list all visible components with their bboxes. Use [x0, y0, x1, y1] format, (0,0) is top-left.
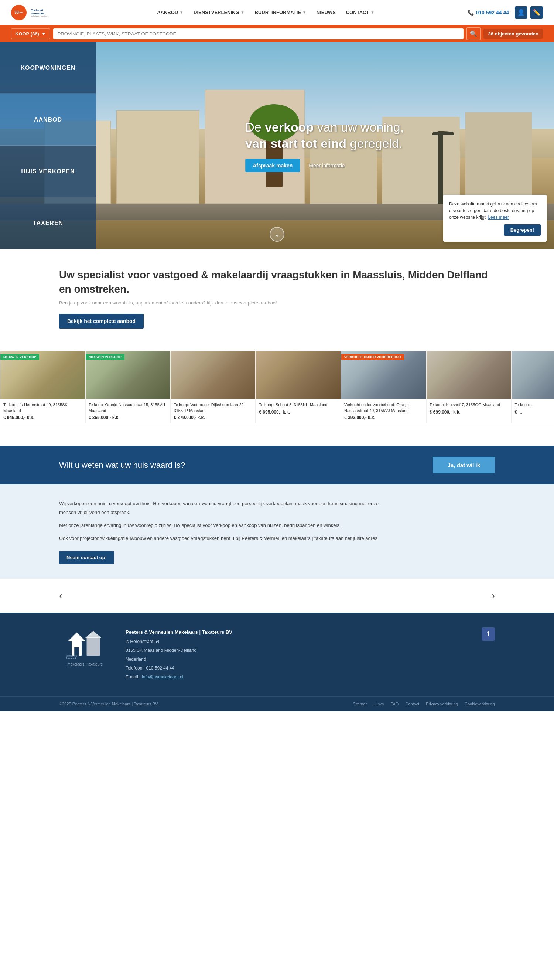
listing-price: € 379.000,- k.k. [174, 415, 253, 420]
listing-card[interactable]: VERKOCHT ONDER VOORBEHOUDVerkocht onder … [341, 351, 426, 424]
listing-address: Verkocht onder voorbehoud: Oranje-Nassau… [344, 402, 423, 414]
search-input[interactable] [53, 29, 464, 39]
chevron-down-icon: ⌄ [274, 230, 280, 238]
listing-badge: VERKOCHT ONDER VOORBEHOUD [341, 354, 404, 360]
nav-buurtinformatie[interactable]: BUURTINFORMATIE ▼ [255, 10, 306, 15]
listing-card[interactable]: Te koop: Kluishof 7, 3155GG Maasland€ 69… [426, 351, 511, 424]
listing-info: Te koop: Kluishof 7, 3155GG Maasland€ 69… [427, 399, 511, 417]
listing-price: € 945.000,- k.k. [3, 415, 82, 420]
listing-badge: NIEUW IN VERKOOP [86, 354, 124, 360]
cookie-accept-button[interactable]: Begrepen! [504, 224, 541, 236]
appointment-button[interactable]: Afspraak maken [245, 159, 300, 172]
svg-text:Vermeulen: Vermeulen [31, 12, 45, 15]
scroll-down-button[interactable]: ⌄ [270, 227, 284, 242]
svg-text:Peeters&: Peeters& [66, 657, 77, 660]
edit-icon-button[interactable]: ✏️ [530, 6, 543, 19]
footer-info: Peeters & Vermeulen Makelaars | Taxateur… [126, 628, 467, 681]
listing-card[interactable]: NIEUW IN VERKOOPTe koop: 's-Herenstraat … [0, 351, 85, 424]
listing-price: € 365.000,- k.k. [89, 415, 167, 420]
hero-tagline: De verkoop van uw woning, van start tot … [245, 119, 404, 151]
listing-info: Te koop: Wethouder Dijkshoornlaan 22, 31… [171, 399, 256, 423]
listing-address: Te koop: Schout 5, 3155NH Maasland [259, 402, 337, 408]
listing-card[interactable]: Te koop: Wethouder Dijkshoornlaan 22, 31… [170, 351, 256, 424]
listing-address: Te koop: ... [515, 402, 554, 408]
listing-image: VERKOCHT ONDER VOORBEHOUD [341, 351, 426, 399]
footer-bottom-link[interactable]: Sitemap [353, 702, 368, 706]
listing-info: Te koop: Oranje-Nassaustraat 15, 3155VH … [86, 399, 170, 423]
menu-aanbod[interactable]: AANBOD [0, 94, 96, 146]
phone-icon: 📞 [468, 10, 474, 16]
footer-email-link[interactable]: info@pvmakelaars.nl [142, 674, 183, 680]
listing-address: Te koop: Wethouder Dijkshoornlaan 22, 31… [174, 402, 253, 414]
listing-price: € 699.000,- k.k. [430, 410, 508, 414]
svg-text:Peeters&: Peeters& [31, 8, 43, 12]
facebook-icon-button[interactable]: f [482, 628, 495, 641]
main-nav: AANBOD ▼ DIENSTVERLENING ▼ BUURTINFORMAT… [157, 10, 374, 15]
menu-huis-verkopen[interactable]: HUIS VERKOPEN [0, 146, 96, 197]
listing-badge: NIEUW IN VERKOOP [0, 354, 39, 360]
footer-bottom-link[interactable]: FAQ [390, 702, 398, 706]
cookie-notice: Deze website maakt gebruik van cookies o… [443, 195, 547, 242]
listing-image: NIEUW IN VERKOOP [86, 351, 170, 399]
carousel-prev-button[interactable]: ‹ [59, 590, 62, 602]
listing-card[interactable]: Te koop: ...€ ... [511, 351, 554, 424]
footer-bottom-link[interactable]: Privacy verklaring [426, 702, 458, 706]
listing-card[interactable]: Te koop: Schout 5, 3155NH Maasland€ 695.… [256, 351, 341, 424]
valuation-banner: Wilt u weten wat uw huis waard is? Ja, d… [0, 446, 554, 484]
sell-para-2: Met onze jarenlange ervaring in uw woonr… [59, 521, 392, 529]
cookie-learn-more-link[interactable]: Lees meer [488, 215, 509, 220]
footer-bottom-link[interactable]: Cookieverklaring [465, 702, 495, 706]
hero-left-menu: KOOPWONINGEN AANBOD HUIS VERKOPEN TAXERE… [0, 42, 96, 249]
svg-rect-8 [87, 637, 100, 656]
footer-logo: Peeters& Vermeulen makelaars | taxateurs [59, 628, 111, 666]
footer-inner: Peeters& Vermeulen makelaars | taxateurs… [59, 628, 495, 681]
valuation-button[interactable]: Ja, dat wil ik [433, 457, 495, 473]
footer: Peeters& Vermeulen makelaars | taxateurs… [0, 613, 554, 696]
listing-address: Te koop: 's-Herenstraat 49, 3155SK Maasl… [3, 402, 82, 414]
listing-info: Te koop: 's-Herenstraat 49, 3155SK Maasl… [0, 399, 85, 423]
listing-image [256, 351, 341, 399]
user-icon-button[interactable]: 👤 [515, 6, 527, 19]
header-right: 📞 010 592 44 44 👤 ✏️ [468, 6, 543, 19]
phone-link[interactable]: 📞 010 592 44 44 [468, 10, 509, 16]
specialist-subtitle: Ben je op zoek naar een woonhuis, appart… [59, 300, 495, 306]
hero-buttons: Afspraak maken Meer informatie [245, 159, 404, 172]
logo-badge: 50 jaar [11, 5, 27, 20]
chevron-down-icon: ▼ [302, 10, 306, 14]
footer-bottom: ©2025 Peeters & Vermeulen Makelaars | Ta… [0, 696, 554, 711]
nav-contact[interactable]: CONTACT ▼ [346, 10, 374, 15]
specialist-section: Uw specialist voor vastgoed & makelaardi… [0, 249, 554, 343]
svg-text:Vermeulen: Vermeulen [66, 655, 77, 657]
header-icon-group: 👤 ✏️ [515, 6, 543, 19]
listing-price: € 695.000,- k.k. [259, 410, 337, 414]
nav-nieuws[interactable]: NIEUWS [317, 10, 336, 15]
hero-text: De verkoop van uw woning, van start tot … [245, 119, 404, 172]
search-button[interactable]: 🔍 [466, 27, 481, 40]
search-bar: KOOP (36) ▼ 🔍 36 objecten gevonden [0, 25, 554, 42]
footer-tagline: makelaars | taxateurs [67, 662, 102, 666]
type-dropdown[interactable]: KOOP (36) ▼ [11, 29, 50, 39]
nav-dienstverlening[interactable]: DIENSTVERLENING ▼ [194, 10, 244, 15]
listing-card[interactable]: NIEUW IN VERKOOPTe koop: Oranje-Nassaust… [85, 351, 170, 424]
site-header: 50 jaar Peeters& Vermeulen makelaars | t… [0, 0, 554, 25]
sell-section: Wij verkopen een huis, u verkoopt uw thu… [0, 484, 554, 579]
listing-image [512, 351, 554, 399]
footer-bottom-links: SitemapLinksFAQContactPrivacy verklaring… [353, 702, 495, 706]
view-all-listings-button[interactable]: Bekijk het complete aanbod [59, 314, 144, 328]
more-info-button[interactable]: Meer informatie [305, 159, 348, 172]
copyright-text: ©2025 Peeters & Vermeulen Makelaars | Ta… [59, 702, 158, 706]
svg-text:makelaars | taxateurs: makelaars | taxateurs [31, 15, 49, 17]
menu-koopwoningen[interactable]: KOOPWONINGEN [0, 42, 96, 94]
logo-image: Peeters& Vermeulen makelaars | taxateurs [30, 4, 64, 21]
chevron-down-icon: ▼ [180, 10, 183, 14]
listing-address: Te koop: Oranje-Nassaustraat 15, 3155VH … [89, 402, 167, 414]
carousel-next-button[interactable]: › [492, 590, 495, 602]
nav-aanbod[interactable]: AANBOD ▼ [157, 10, 183, 15]
footer-bottom-link[interactable]: Links [374, 702, 384, 706]
menu-taxeren[interactable]: TAXEREN [0, 197, 96, 249]
listing-info: Te koop: Schout 5, 3155NH Maasland€ 695.… [256, 399, 341, 417]
logo-area[interactable]: 50 jaar Peeters& Vermeulen makelaars | t… [11, 4, 64, 21]
contact-button[interactable]: Neem contact op! [59, 551, 114, 564]
footer-bottom-link[interactable]: Contact [405, 702, 419, 706]
chevron-down-icon: ▼ [371, 10, 374, 14]
